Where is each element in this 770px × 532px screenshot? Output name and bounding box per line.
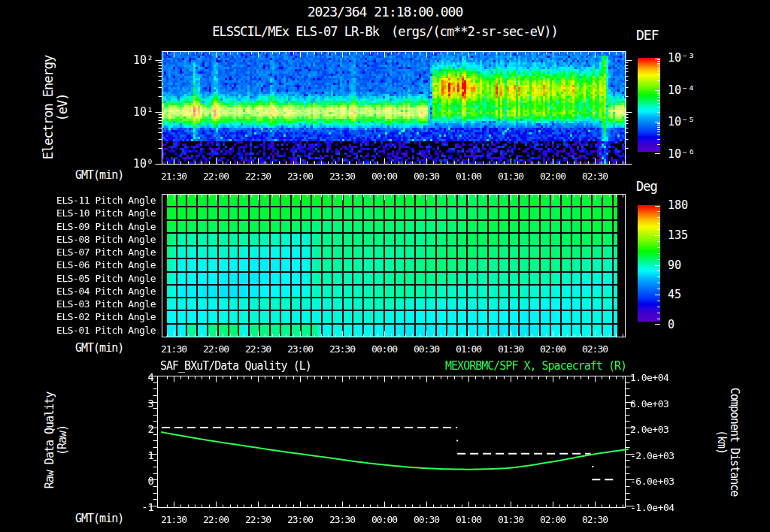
time-tick-label: 00:30 <box>405 171 447 182</box>
bottom-right-series-title: MEXORBMC/SPF X, Spacecraft (R) <box>376 360 626 373</box>
time-tick-label: 21:30 <box>153 514 195 525</box>
distance-tick-label: -2.0e+03 <box>630 450 690 461</box>
time-tick-label: 01:00 <box>447 514 490 525</box>
time-tick-label: 00:00 <box>363 171 405 182</box>
energy-tick-label: 10⁰ <box>120 157 153 171</box>
pitch-row-label: ELS-01 Pitch Angle <box>28 325 156 336</box>
deg-colorbar-tick-label: 180 <box>668 198 705 212</box>
deg-colorbar <box>638 205 660 325</box>
quality-tick-label: 0 <box>124 475 154 487</box>
energy-spectrogram-plot <box>147 44 635 175</box>
distance-y-axis-units: (km) <box>716 388 729 497</box>
distance-y-axis-label-text: Component Distance <box>728 388 741 497</box>
def-colorbar-tick-label: 10⁻⁵ <box>668 115 713 128</box>
pitch-row-label: ELS-05 Pitch Angle <box>28 273 156 284</box>
time-tick-label: 22:30 <box>237 171 279 182</box>
pitch-row-label: ELS-08 Pitch Angle <box>28 234 156 245</box>
time-tick-label: 01:30 <box>490 514 532 525</box>
time-tick-label: 02:30 <box>574 343 616 355</box>
pitch-row-label: ELS-04 Pitch Angle <box>28 286 156 297</box>
gmt-label-bottom: GMT(min) <box>75 512 123 525</box>
time-tick-label: 22:00 <box>195 514 237 525</box>
deg-colorbar-tick-label: 0 <box>668 318 705 331</box>
time-tick-label: 02:00 <box>532 343 574 355</box>
distance-tick-label: -6.0e+03 <box>630 476 690 487</box>
spectrogram-y-axis-units: (eV) <box>56 56 70 160</box>
time-tick-label: 23:00 <box>279 343 321 355</box>
distance-tick-label: 6.0e+03 <box>630 398 690 410</box>
time-tick-label: 01:30 <box>490 343 532 355</box>
deg-colorbar-title: Deg <box>636 180 657 194</box>
quality-y-axis-units: (Raw) <box>56 392 68 489</box>
page-title: 2023/364 21:18:00.000 <box>0 5 770 20</box>
time-tick-label: 22:30 <box>237 514 279 525</box>
time-tick-label: 00:00 <box>363 514 405 525</box>
quality-tick-label: 4 <box>124 371 154 383</box>
time-tick-label: 23:30 <box>321 171 363 182</box>
spectrogram-y-axis-label: Electron Energy (eV) <box>41 56 69 160</box>
pitch-row-label: ELS-02 Pitch Angle <box>28 311 156 322</box>
pitch-row-label: ELS-03 Pitch Angle <box>28 298 156 310</box>
def-colorbar-tick-label: 10⁻³ <box>668 51 713 65</box>
time-tick-label: 01:00 <box>447 171 490 182</box>
def-colorbar <box>638 58 660 154</box>
time-tick-label: 02:30 <box>574 514 616 525</box>
pitch-row-label: ELS-11 Pitch Angle <box>28 195 156 206</box>
pitch-row-label: ELS-07 Pitch Angle <box>28 246 156 258</box>
energy-tick-label: 10² <box>120 53 153 67</box>
gmt-label-top: GMT(min) <box>75 169 123 182</box>
def-colorbar-tick-label: 10⁻⁴ <box>668 83 713 97</box>
gmt-label-middle: GMT(min) <box>75 342 123 355</box>
time-tick-label: 01:30 <box>490 171 532 182</box>
deg-colorbar-tick-label: 135 <box>668 228 705 242</box>
distance-tick-label: 1.0e+04 <box>630 372 690 383</box>
time-tick-label: 00:30 <box>405 514 447 525</box>
time-tick-label: 00:00 <box>363 343 405 355</box>
time-tick-label: 01:00 <box>447 343 490 355</box>
time-tick-label: 02:00 <box>532 171 574 182</box>
def-colorbar-title: DEF <box>636 28 659 43</box>
time-tick-label: 22:00 <box>195 343 237 355</box>
quality-tick-label: 3 <box>124 397 154 410</box>
energy-tick-label: 10¹ <box>120 105 153 119</box>
time-tick-label: 02:00 <box>532 514 574 525</box>
def-colorbar-tick-label: 10⁻⁶ <box>668 147 713 161</box>
time-tick-label: 23:30 <box>321 343 363 355</box>
plot-screen: 2023/364 21:18:00.000 ELSSCIL/MEx ELS-07… <box>0 0 770 532</box>
distance-tick-label: 2.0e+03 <box>630 424 690 435</box>
quality-y-axis-label: Raw Data Quality (Raw) <box>44 392 68 489</box>
instrument-label: ELSSCIL/MEx ELS-07 LR-Bk <box>212 24 379 39</box>
pitch-row-label: ELS-06 Pitch Angle <box>28 259 156 271</box>
time-tick-label: 22:30 <box>237 343 279 355</box>
quality-tick-label: -1 <box>124 501 154 513</box>
time-tick-label: 02:30 <box>574 171 616 182</box>
pitch-row-label: ELS-10 Pitch Angle <box>28 207 156 219</box>
deg-colorbar-tick-label: 45 <box>668 288 705 301</box>
quality-distance-plot <box>147 368 635 515</box>
bottom-left-series-title: SAF_BXuT/Data Quality (L) <box>160 360 311 373</box>
time-tick-label: 22:00 <box>195 171 237 182</box>
quality-y-axis-label-text: Raw Data Quality <box>44 392 56 489</box>
pitch-row-label: ELS-09 Pitch Angle <box>28 221 156 232</box>
units-label: (ergs/(cm**2-sr-sec-eV)) <box>391 24 558 39</box>
time-tick-label: 00:30 <box>405 343 447 355</box>
time-tick-label: 21:30 <box>153 343 195 355</box>
quality-tick-label: 1 <box>124 449 154 461</box>
pitch-angle-plot <box>147 186 635 340</box>
spectrogram-y-axis-label-text: Electron Energy <box>41 56 56 160</box>
time-tick-label: 23:30 <box>321 514 363 525</box>
distance-tick-label: -1.0e+04 <box>630 502 690 513</box>
time-tick-label: 23:00 <box>279 514 321 525</box>
quality-tick-label: 2 <box>124 423 154 435</box>
time-tick-label: 21:30 <box>153 171 195 182</box>
distance-y-axis-label: Component Distance (km) <box>716 388 741 497</box>
time-tick-label: 23:00 <box>279 171 321 182</box>
deg-colorbar-tick-label: 90 <box>668 258 705 272</box>
